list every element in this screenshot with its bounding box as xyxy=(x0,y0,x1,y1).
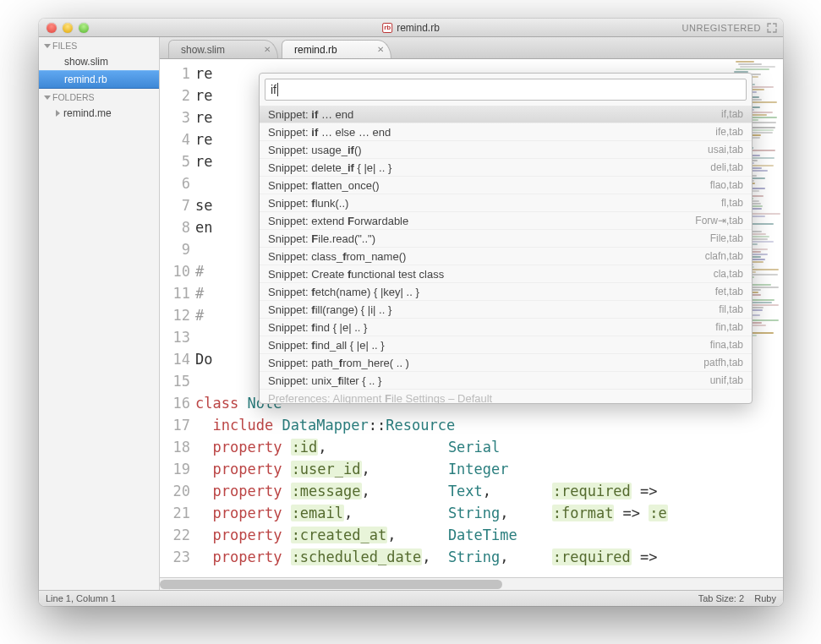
line-number: 5 xyxy=(160,150,190,172)
palette-item[interactable]: Snippet: usage_if()usai,tab xyxy=(260,140,752,158)
palette-item-label: Snippet: delete_if { |e| .. } xyxy=(268,161,391,174)
line-number: 3 xyxy=(160,106,190,128)
palette-item[interactable]: Snippet: unix_filter { .. }unif,tab xyxy=(260,371,752,389)
code-line: property :scheduled_date, String, :requi… xyxy=(195,546,783,568)
palette-item-trigger: ife,tab xyxy=(715,126,743,138)
titlebar: rb remind.rb UNREGISTERED xyxy=(39,19,783,37)
minimize-window-button[interactable] xyxy=(63,23,73,33)
scrollbar-thumb[interactable] xyxy=(160,580,502,589)
disclosure-down-icon xyxy=(44,96,51,100)
code-line: property :user_id, Integer xyxy=(195,458,783,480)
sidebar-file-show-slim[interactable]: show.slim xyxy=(39,53,159,70)
horizontal-scrollbar[interactable] xyxy=(160,577,783,590)
palette-item-label: Snippet: usage_if() xyxy=(268,144,362,156)
status-right-group: Tab Size: 2 Ruby xyxy=(698,593,776,603)
code-line: include DataMapper::Resource xyxy=(195,414,783,436)
palette-item[interactable]: Snippet: find { |e| .. }fin,tab xyxy=(260,318,752,336)
line-number: 9 xyxy=(160,238,190,260)
code-line: property :email, String, :format => :e xyxy=(195,502,783,524)
palette-item[interactable]: Snippet: path_from_here( .. )patfh,tab xyxy=(260,353,752,371)
palette-item-label: Snippet: unix_filter { .. } xyxy=(268,374,381,387)
close-window-button[interactable] xyxy=(47,23,57,33)
code-line: property :message, Text, :required => xyxy=(195,480,783,502)
window-title: rb remind.rb xyxy=(382,22,440,34)
tab-show-slim[interactable]: show.slim ✕ xyxy=(168,40,278,58)
palette-item-label: Snippet: File.read("..") xyxy=(268,232,375,245)
palette-item-label: Preferences: Alignment File Settings – D… xyxy=(268,392,492,404)
palette-item-trigger: cla,tab xyxy=(714,268,743,280)
palette-item-label: Snippet: extend Forwardable xyxy=(268,215,408,227)
sidebar-folder-remind-me[interactable]: remind.me xyxy=(39,105,159,122)
palette-item[interactable]: Snippet: find_all { |e| .. }fina,tab xyxy=(260,336,752,353)
palette-item[interactable]: Snippet: extend ForwardableForw⇥,tab xyxy=(260,211,752,229)
sidebar-file-remind-rb[interactable]: remind.rb xyxy=(39,70,159,89)
line-number: 10 xyxy=(160,260,190,282)
command-palette-list: Snippet: if … endif,tabSnippet: if … els… xyxy=(260,106,752,403)
status-language[interactable]: Ruby xyxy=(754,593,776,603)
line-number: 2 xyxy=(160,85,190,106)
palette-item[interactable]: Snippet: fill(range) { |i| .. }fil,tab xyxy=(260,300,752,318)
line-number: 6 xyxy=(160,172,190,194)
line-number: 21 xyxy=(160,502,190,524)
command-palette-input[interactable]: if xyxy=(265,79,747,101)
palette-item[interactable]: Snippet: File.read("..")File,tab xyxy=(260,229,752,247)
line-number: 19 xyxy=(160,458,190,480)
command-palette: if Snippet: if … endif,tabSnippet: if … … xyxy=(259,73,753,404)
palette-item[interactable]: Snippet: class_from_name()clafn,tab xyxy=(260,247,752,265)
line-number: 23 xyxy=(160,546,190,568)
status-tab-size[interactable]: Tab Size: 2 xyxy=(698,593,744,603)
line-number: 13 xyxy=(160,326,190,348)
line-number: 18 xyxy=(160,436,190,458)
palette-item-label: Snippet: if … else … end xyxy=(268,126,391,139)
palette-item[interactable]: Snippet: fetch(name) { |key| .. }fet,tab xyxy=(260,282,752,300)
palette-item[interactable]: Snippet: if … endif,tab xyxy=(260,106,752,123)
sidebar: FILES show.slim remind.rb FOLDERS remind… xyxy=(39,37,160,590)
palette-item[interactable]: Snippet: flatten_once()flao,tab xyxy=(260,176,752,194)
close-icon[interactable]: ✕ xyxy=(264,45,271,54)
palette-item-trigger: fet,tab xyxy=(715,286,743,297)
line-number: 1 xyxy=(160,63,190,85)
palette-item-trigger: deli,tab xyxy=(710,161,743,173)
palette-item-trigger: fl,tab xyxy=(721,197,743,209)
line-number: 14 xyxy=(160,348,190,370)
palette-item-label: Snippet: path_from_here( .. ) xyxy=(268,357,409,369)
palette-item-trigger: Forw⇥,tab xyxy=(695,215,743,226)
palette-item[interactable]: Snippet: flunk(..)fl,tab xyxy=(260,194,752,211)
line-number: 7 xyxy=(160,194,190,216)
window-title-text: remind.rb xyxy=(397,22,440,34)
palette-item-trigger: flao,tab xyxy=(710,179,743,191)
palette-item[interactable]: Snippet: Create functional test classcla… xyxy=(260,265,752,282)
line-number-gutter: 1234567891011121314151617181920212223 xyxy=(160,59,195,577)
disclosure-down-icon xyxy=(44,44,51,48)
line-number: 22 xyxy=(160,524,190,546)
palette-item-label: Snippet: flatten_once() xyxy=(268,179,380,192)
status-cursor-position[interactable]: Line 1, Column 1 xyxy=(46,593,116,603)
traffic-lights xyxy=(39,23,89,33)
chevron-right-icon xyxy=(56,110,60,117)
sidebar-folders-heading[interactable]: FOLDERS xyxy=(39,89,159,105)
code-line: property :id, Serial xyxy=(195,436,783,458)
text-caret xyxy=(277,83,278,96)
palette-item-label: Snippet: fill(range) { |i| .. } xyxy=(268,303,391,316)
close-icon[interactable]: ✕ xyxy=(377,45,384,54)
sidebar-files-heading[interactable]: FILES xyxy=(39,37,159,53)
line-number: 12 xyxy=(160,304,190,326)
palette-item[interactable]: Preferences: Alignment File Settings – D… xyxy=(260,389,752,403)
palette-item[interactable]: Snippet: if … else … endife,tab xyxy=(260,123,752,140)
fullscreen-icon[interactable] xyxy=(766,22,778,34)
tab-remind-rb[interactable]: remind.rb ✕ xyxy=(282,40,391,58)
unregistered-label: UNREGISTERED xyxy=(682,23,761,33)
line-number: 16 xyxy=(160,392,190,414)
editor-window: rb remind.rb UNREGISTERED FILES show.sli… xyxy=(39,19,783,606)
palette-item-label: Snippet: flunk(..) xyxy=(268,197,348,210)
palette-item-trigger: File,tab xyxy=(710,232,743,244)
palette-item-trigger: fil,tab xyxy=(719,303,743,315)
tab-bar: show.slim ✕ remind.rb ✕ xyxy=(160,37,783,59)
line-number: 15 xyxy=(160,370,190,392)
command-palette-query: if xyxy=(271,83,276,96)
palette-item-label: Snippet: find { |e| .. } xyxy=(268,321,367,334)
palette-item-label: Snippet: find_all { |e| .. } xyxy=(268,339,385,352)
zoom-window-button[interactable] xyxy=(79,23,89,33)
palette-item[interactable]: Snippet: delete_if { |e| .. }deli,tab xyxy=(260,158,752,176)
palette-item-trigger: patfh,tab xyxy=(703,357,743,368)
